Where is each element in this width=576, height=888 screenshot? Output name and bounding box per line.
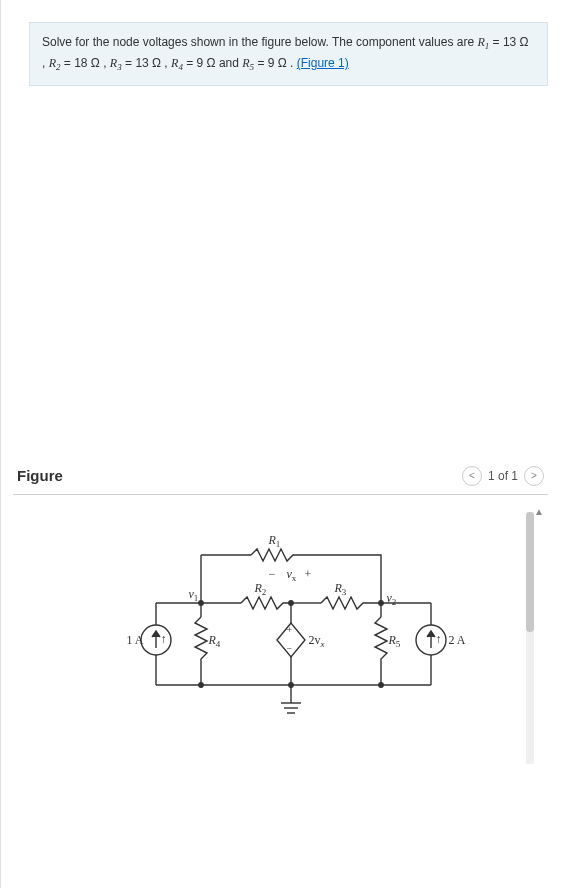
scrollbar[interactable] bbox=[526, 512, 534, 764]
label-R2: R2 bbox=[255, 581, 267, 597]
label-I2: 2 A bbox=[449, 633, 466, 648]
vx-plus: + bbox=[305, 567, 312, 582]
figure-section: Figure < 1 of 1 > ▲ ▼ bbox=[13, 466, 548, 735]
label-dep-source: 2vx bbox=[309, 633, 325, 649]
i1-arrow: ↑ bbox=[161, 632, 167, 647]
var-R4: R4 bbox=[171, 56, 183, 70]
figure-link[interactable]: (Figure 1) bbox=[297, 56, 349, 70]
label-R3: R3 bbox=[335, 581, 347, 597]
prev-button[interactable]: < bbox=[462, 466, 482, 486]
problem-statement: Solve for the node voltages shown in the… bbox=[29, 22, 548, 86]
var-R2: R2 bbox=[49, 56, 61, 70]
collapse-icon[interactable]: ▲ bbox=[534, 506, 544, 517]
page-indicator: 1 of 1 bbox=[488, 469, 518, 483]
label-R5: R5 bbox=[389, 633, 401, 649]
scrollbar-thumb[interactable] bbox=[526, 512, 534, 632]
label-I1: 1 A bbox=[127, 633, 144, 648]
label-v1: v1 bbox=[189, 587, 199, 603]
next-button[interactable]: > bbox=[524, 466, 544, 486]
dep-plus: + bbox=[287, 624, 293, 635]
problem-intro: Solve for the node voltages shown in the… bbox=[42, 35, 477, 49]
vx-minus: − bbox=[269, 567, 276, 582]
figure-header: Figure < 1 of 1 > bbox=[13, 466, 548, 495]
circuit-diagram: R1 R2 R3 R4 R5 v1 v2 vx − + 1 A 2 A 2vx … bbox=[91, 525, 471, 735]
dep-minus: − bbox=[287, 643, 293, 654]
label-v2: v2 bbox=[387, 591, 397, 607]
var-R3: R3 bbox=[110, 56, 122, 70]
var-R1: R1 bbox=[477, 35, 489, 49]
circuit-svg bbox=[91, 525, 471, 735]
figure-pager: < 1 of 1 > bbox=[462, 466, 544, 486]
figure-title: Figure bbox=[17, 467, 63, 484]
var-R5: R5 bbox=[242, 56, 254, 70]
i2-arrow: ↑ bbox=[436, 632, 442, 647]
label-R1: R1 bbox=[269, 533, 281, 549]
label-vx: vx bbox=[287, 567, 297, 583]
label-R4: R4 bbox=[209, 633, 221, 649]
